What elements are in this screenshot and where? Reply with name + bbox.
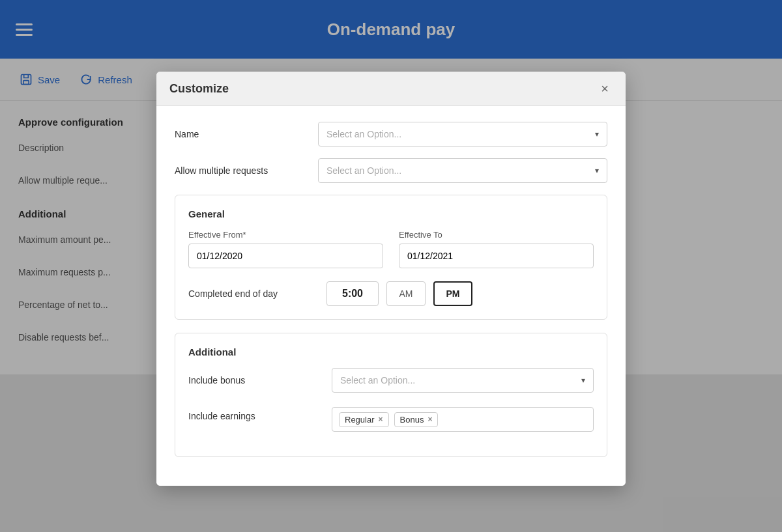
- include-bonus-chevron: ▾: [581, 376, 585, 385]
- include-earnings-row: Include earnings Regular × Bonus ×: [188, 404, 594, 432]
- date-row: Effective From* Effective To: [188, 230, 594, 268]
- customize-modal: Customize × Name Select an Option... ▾ A…: [156, 72, 626, 486]
- allow-multiple-label: Allow multiple requests: [175, 165, 305, 176]
- effective-from-input[interactable]: [188, 244, 383, 268]
- completed-end-label: Completed end of day: [188, 288, 319, 299]
- general-section: General Effective From* Effective To Com…: [175, 195, 607, 320]
- effective-to-field: Effective To: [399, 230, 594, 268]
- include-earnings-label: Include earnings: [188, 407, 319, 421]
- general-section-title: General: [188, 208, 594, 219]
- effective-from-label: Effective From*: [188, 230, 383, 240]
- additional-section-title: Additional: [188, 346, 594, 357]
- pm-button[interactable]: PM: [433, 281, 472, 306]
- include-bonus-row: Include bonus Select an Option... ▾: [188, 368, 594, 393]
- modal-body: Name Select an Option... ▾ Allow multipl…: [156, 106, 626, 486]
- include-bonus-label: Include bonus: [188, 375, 319, 385]
- allow-multiple-row: Allow multiple requests Select an Option…: [175, 158, 607, 183]
- modal-close-button[interactable]: ×: [597, 81, 613, 96]
- tag-regular-remove[interactable]: ×: [379, 415, 383, 424]
- include-bonus-select[interactable]: Select an Option... ▾: [332, 368, 594, 393]
- name-label: Name: [175, 129, 305, 139]
- modal-title: Customize: [169, 82, 229, 96]
- name-select-chevron: ▾: [595, 130, 599, 139]
- tag-regular: Regular ×: [339, 412, 389, 427]
- effective-to-input[interactable]: [399, 244, 594, 268]
- allow-multiple-select[interactable]: Select an Option... ▾: [318, 158, 607, 183]
- name-select[interactable]: Select an Option... ▾: [318, 122, 607, 147]
- modal-overlay: Customize × Name Select an Option... ▾ A…: [0, 0, 782, 532]
- tag-bonus: Bonus ×: [394, 412, 439, 427]
- modal-header: Customize ×: [156, 72, 626, 106]
- tag-bonus-remove[interactable]: ×: [427, 415, 432, 424]
- effective-from-field: Effective From*: [188, 230, 383, 268]
- include-earnings-tags: Regular × Bonus ×: [332, 407, 594, 432]
- allow-multiple-chevron: ▾: [595, 166, 599, 175]
- am-button[interactable]: AM: [386, 281, 426, 306]
- effective-to-label: Effective To: [399, 230, 594, 240]
- time-row: Completed end of day AM PM: [188, 281, 594, 306]
- name-row: Name Select an Option... ▾: [175, 122, 607, 147]
- time-input[interactable]: [326, 281, 379, 306]
- additional-section: Additional Include bonus Select an Optio…: [175, 333, 607, 457]
